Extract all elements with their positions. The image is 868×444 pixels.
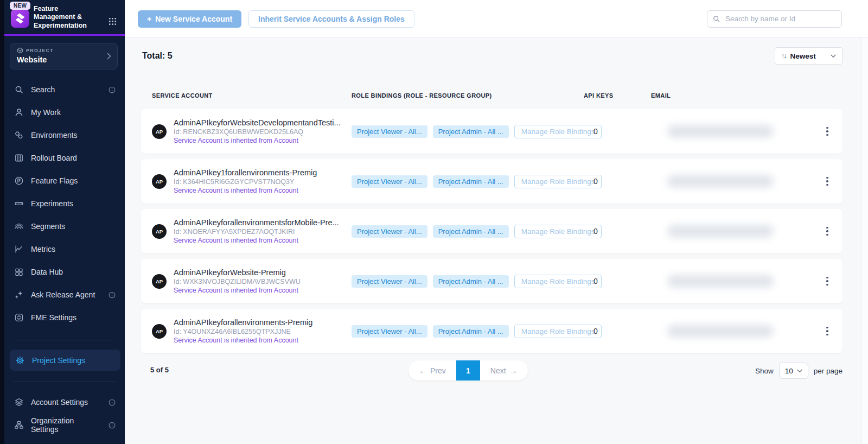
cube-icon	[17, 47, 23, 54]
page-number-active[interactable]: 1	[456, 360, 480, 380]
flag-icon	[14, 176, 24, 186]
row-menu-button[interactable]	[821, 225, 834, 238]
sidebar-item-data-hub[interactable]: Data Hub	[4, 261, 125, 283]
email-redacted	[667, 225, 774, 238]
inherited-note: Service Account is inherited from Accoun…	[174, 187, 317, 194]
scrollbar-track[interactable]	[861, 38, 868, 444]
people-icon	[14, 221, 24, 231]
pager: ← Prev 1 Next →	[409, 360, 528, 380]
sidebar-item-organization-settings[interactable]: Organization Settings	[4, 414, 125, 436]
inherited-note: Service Account is inherited from Accoun…	[174, 337, 312, 344]
sidebar-item-ask-release-agent[interactable]: Ask Release Agent	[4, 283, 125, 306]
next-page-button[interactable]: Next →	[480, 360, 528, 380]
project-selector[interactable]: PROJECT Website	[10, 43, 118, 69]
sidebar-item-label: Feature Flags	[31, 176, 78, 185]
pagination-bar: 5 of 5 ← Prev 1 Next → Show 10 per page	[141, 360, 843, 381]
inherited-note: Service Account is inherited from Accoun…	[174, 237, 339, 244]
avatar: AP	[152, 224, 167, 239]
sidebar-item-account-settings[interactable]: Account Settings	[4, 391, 125, 414]
column-api-keys: API KEYS	[584, 92, 651, 99]
sparkles-icon	[14, 290, 24, 300]
sidebar-item-label: FME Settings	[31, 313, 76, 322]
role-binding-badge: Project Admin - All ...	[433, 275, 509, 288]
fme-icon	[14, 313, 24, 322]
data-hub-icon	[14, 267, 24, 277]
sort-dropdown[interactable]: ↑↓ Newest	[775, 47, 843, 65]
row-menu-button[interactable]	[821, 175, 834, 188]
role-binding-badge: Project Admin - All ...	[433, 125, 509, 138]
project-name: Website	[17, 55, 111, 64]
service-account-id: Id: XNOERAFYYA5XPDEZ7AOQTJKIRI	[174, 228, 339, 236]
total-count: Total: 5	[141, 51, 173, 61]
sidebar-item-label: Data Hub	[31, 268, 63, 276]
avatar: AP	[152, 274, 167, 289]
user-icon	[14, 107, 24, 117]
api-keys-count: 0	[584, 327, 651, 335]
project-label: PROJECT	[26, 48, 54, 53]
app-title: Feature Management & Experimentation	[34, 5, 97, 30]
sidebar-item-label: Segments	[31, 222, 65, 231]
sort-value: Newest	[790, 52, 827, 60]
sidebar-item-metrics[interactable]: Metrics	[4, 238, 125, 261]
inherit-service-accounts-button[interactable]: Inherit Service Accounts & Assign Roles	[248, 10, 414, 28]
sidebar-item-label: My Work	[31, 108, 61, 117]
search-box	[707, 10, 842, 28]
info-icon[interactable]	[108, 398, 116, 407]
gear-icon	[15, 356, 25, 365]
role-binding-badge: Project Viewer - All...	[352, 325, 427, 338]
per-page-label: per page	[814, 367, 843, 375]
info-icon[interactable]	[108, 291, 116, 299]
table-row: AP AdminAPIkeyforallenvironmentsforMobil…	[141, 209, 843, 253]
content-area: Total: 5 ↑↓ Newest SERVICE ACCOUNT ROLE …	[125, 38, 868, 444]
sidebar-item-project-settings[interactable]: Project Settings	[10, 350, 120, 371]
sidebar-item-segments[interactable]: Segments	[4, 215, 125, 238]
sidebar-item-environments[interactable]: Environments	[4, 124, 125, 147]
row-menu-button[interactable]	[821, 125, 834, 138]
sidebar-divider	[13, 340, 116, 340]
board-icon	[14, 153, 24, 163]
prev-page-button[interactable]: ← Prev	[409, 360, 456, 380]
pagination-range: 5 of 5	[150, 366, 169, 374]
org-gear-icon	[14, 420, 24, 430]
sidebar-item-experiments[interactable]: Experiments	[4, 192, 125, 215]
search-icon	[14, 85, 24, 94]
service-account-id: Id: RENCKBZ3XQ6UBBWWEDKD25L6AQ	[174, 128, 341, 136]
avatar: AP	[152, 324, 167, 339]
role-binding-badge: Project Admin - All ...	[433, 225, 509, 238]
row-menu-button[interactable]	[821, 325, 834, 338]
row-menu-button[interactable]	[821, 275, 834, 288]
role-binding-badge: Project Viewer - All...	[352, 275, 427, 288]
sidebar-item-feature-flags[interactable]: Feature Flags	[4, 169, 125, 192]
column-role-bindings: ROLE BINDINGS (ROLE - RESOURCE GROUP)	[352, 92, 584, 99]
sidebar-item-search[interactable]: Search	[4, 78, 125, 101]
sidebar-item-fme-settings[interactable]: FME Settings	[4, 306, 125, 329]
arrow-right-icon: →	[510, 366, 518, 375]
role-binding-badge: Project Viewer - All...	[352, 125, 427, 138]
api-keys-count: 0	[584, 127, 651, 136]
email-redacted	[667, 125, 774, 138]
sidebar-divider	[13, 382, 116, 382]
sidebar-item-rollout-board[interactable]: Rollout Board	[4, 147, 125, 169]
column-service-account: SERVICE ACCOUNT	[152, 92, 352, 99]
role-binding-badge: Project Viewer - All...	[352, 225, 427, 238]
page-size-select[interactable]: 10	[779, 363, 808, 379]
apps-grid-icon[interactable]	[108, 17, 117, 26]
info-icon[interactable]	[108, 86, 116, 94]
new-service-account-button[interactable]: + New Service Account	[138, 10, 241, 28]
info-icon[interactable]	[108, 421, 116, 429]
sidebar: NEW Feature Management & Experimentation…	[4, 0, 125, 444]
table-row: AP AdminAPIkeyforallenvironments-Premig …	[141, 309, 843, 353]
role-binding-badge: Project Admin - All ...	[433, 325, 509, 338]
role-binding-badge: Project Viewer - All...	[352, 175, 427, 188]
sidebar-item-label: Rollout Board	[31, 154, 77, 162]
search-input[interactable]	[707, 10, 842, 28]
chart-icon	[14, 244, 24, 254]
sidebar-item-label: Search	[31, 85, 55, 94]
sidebar-item-label: Organization Settings	[31, 416, 101, 434]
sidebar-item-my-work[interactable]: My Work	[4, 101, 125, 124]
service-account-name: AdminAPIkeyforWebsite-Premig	[174, 268, 301, 277]
api-keys-count: 0	[584, 177, 651, 186]
chevron-down-icon	[831, 54, 836, 58]
service-account-name: AdminAPIkey1forallenvironments-Premig	[174, 168, 317, 177]
sidebar-bottom-nav: Account Settings Organization Settings	[4, 391, 125, 436]
